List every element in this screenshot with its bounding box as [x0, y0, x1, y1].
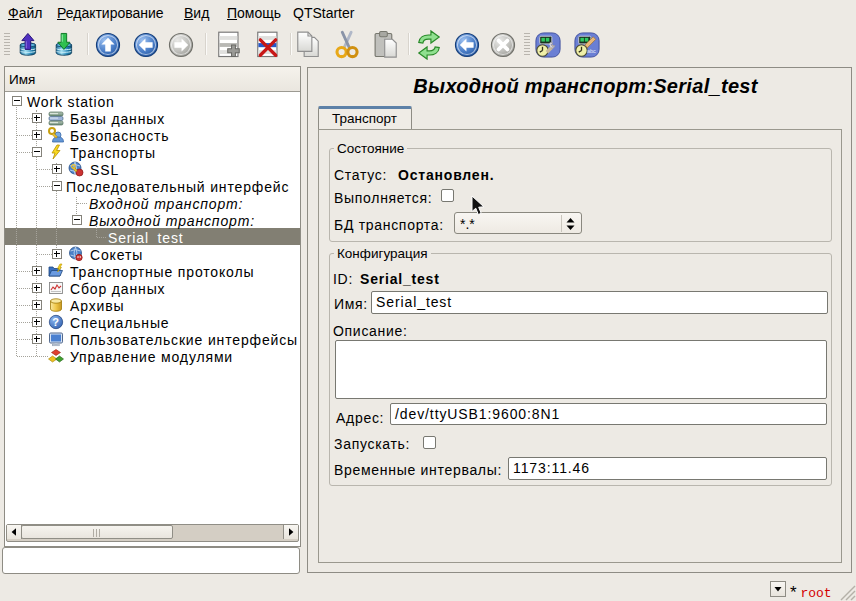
svg-text:?: ? [52, 316, 60, 328]
svg-text:abc: abc [587, 48, 596, 54]
